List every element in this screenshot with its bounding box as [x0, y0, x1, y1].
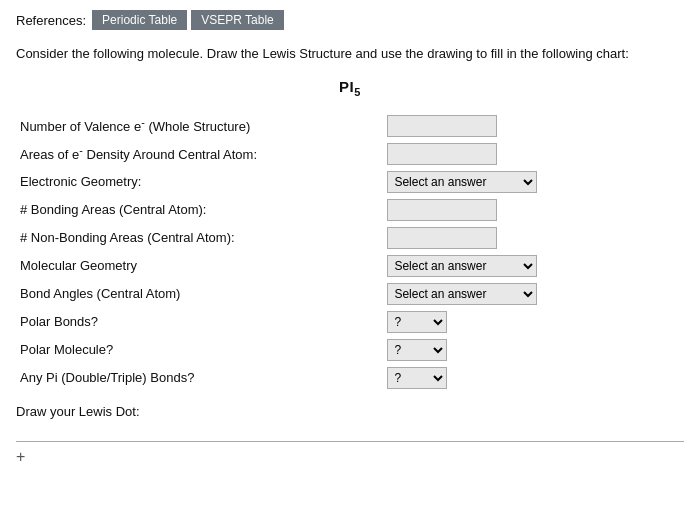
electronic-geometry-cell: Select an answer Linear Trigonal Planar …: [383, 168, 684, 196]
periodic-table-button[interactable]: Periodic Table: [92, 10, 187, 30]
pi-bonds-label: Any Pi (Double/Triple) Bonds?: [16, 364, 383, 392]
bonding-areas-label: # Bonding Areas (Central Atom):: [16, 196, 383, 224]
molecular-geometry-label: Molecular Geometry: [16, 252, 383, 280]
valence-electrons-label: Number of Valence e- (Whole Structure): [16, 112, 383, 140]
table-row: Bond Angles (Central Atom) Select an ans…: [16, 280, 684, 308]
references-label: References:: [16, 13, 86, 28]
plus-icon: +: [16, 448, 25, 466]
polar-bonds-select[interactable]: ? Yes No: [387, 311, 447, 333]
table-row: Areas of e- Density Around Central Atom:: [16, 140, 684, 168]
electronic-geometry-label: Electronic Geometry:: [16, 168, 383, 196]
bond-angles-label: Bond Angles (Central Atom): [16, 280, 383, 308]
pi-bonds-select[interactable]: ? Yes No: [387, 367, 447, 389]
bonding-areas-input[interactable]: [387, 199, 497, 221]
draw-label: Draw your Lewis Dot:: [16, 404, 140, 419]
density-areas-label: Areas of e- Density Around Central Atom:: [16, 140, 383, 168]
table-row: Any Pi (Double/Triple) Bonds? ? Yes No: [16, 364, 684, 392]
table-row: Polar Molecule? ? Yes No: [16, 336, 684, 364]
main-page: References: Periodic Table VSEPR Table C…: [0, 0, 700, 507]
draw-section: Draw your Lewis Dot: +: [16, 404, 684, 466]
nonbonding-areas-input[interactable]: [387, 227, 497, 249]
molecule-title: PI5: [16, 78, 684, 98]
molecule-subscript: 5: [354, 86, 361, 98]
table-row: # Non-Bonding Areas (Central Atom):: [16, 224, 684, 252]
valence-electrons-cell: [383, 112, 684, 140]
table-row: Molecular Geometry Select an answer Line…: [16, 252, 684, 280]
bond-angles-cell: Select an answer 180° 120° 109.5° 107° 1…: [383, 280, 684, 308]
bond-angles-select[interactable]: Select an answer 180° 120° 109.5° 107° 1…: [387, 283, 537, 305]
molecular-geometry-select[interactable]: Select an answer Linear Bent Trigonal Pl…: [387, 255, 537, 277]
molecular-geometry-cell: Select an answer Linear Bent Trigonal Pl…: [383, 252, 684, 280]
pi-bonds-cell: ? Yes No: [383, 364, 684, 392]
density-areas-input[interactable]: [387, 143, 497, 165]
nonbonding-areas-cell: [383, 224, 684, 252]
table-row: Number of Valence e- (Whole Structure): [16, 112, 684, 140]
table-row: # Bonding Areas (Central Atom):: [16, 196, 684, 224]
instructions-text: Consider the following molecule. Draw th…: [16, 44, 684, 64]
references-bar: References: Periodic Table VSEPR Table: [16, 10, 684, 30]
chart-table: Number of Valence e- (Whole Structure) A…: [16, 112, 684, 392]
draw-line: [16, 441, 684, 442]
table-row: Polar Bonds? ? Yes No: [16, 308, 684, 336]
nonbonding-areas-label: # Non-Bonding Areas (Central Atom):: [16, 224, 383, 252]
electronic-geometry-select[interactable]: Select an answer Linear Trigonal Planar …: [387, 171, 537, 193]
polar-molecule-select[interactable]: ? Yes No: [387, 339, 447, 361]
table-row: Electronic Geometry: Select an answer Li…: [16, 168, 684, 196]
density-areas-cell: [383, 140, 684, 168]
polar-molecule-cell: ? Yes No: [383, 336, 684, 364]
bonding-areas-cell: [383, 196, 684, 224]
polar-molecule-label: Polar Molecule?: [16, 336, 383, 364]
valence-electrons-input[interactable]: [387, 115, 497, 137]
molecule-formula: PI: [339, 78, 354, 95]
vsepr-table-button[interactable]: VSEPR Table: [191, 10, 284, 30]
polar-bonds-cell: ? Yes No: [383, 308, 684, 336]
polar-bonds-label: Polar Bonds?: [16, 308, 383, 336]
